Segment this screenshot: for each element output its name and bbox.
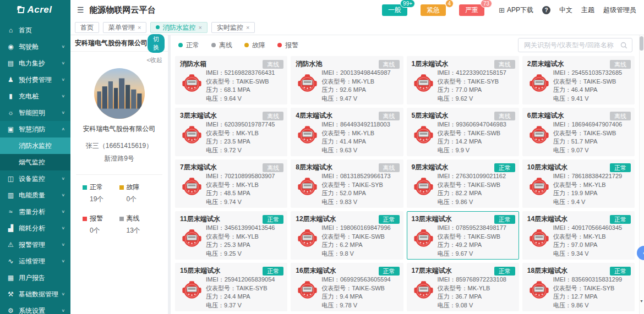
voltage-value: 9.34 V xyxy=(571,250,589,257)
device-card[interactable]: 9层末端试水 正常 xyxy=(407,159,519,208)
search-icon[interactable] xyxy=(620,42,627,49)
device-card[interactable]: 3层末端试水 离线 xyxy=(175,108,287,156)
device-card[interactable]: 18层末端试水 正常 xyxy=(522,263,635,311)
voltage-value: 9.8 V xyxy=(340,250,354,257)
device-card[interactable]: 17层末端试水 正常 xyxy=(407,263,519,311)
sidebar-item[interactable]: ▟ 能耗分析 xyxy=(0,220,70,236)
device-card[interactable]: 11层末端试水 正常 xyxy=(175,211,287,260)
sidebar-item[interactable]: ⌂ 首页 xyxy=(0,22,70,38)
water-meter-icon xyxy=(413,125,434,145)
model-line: 仪表型号：MK-YLB xyxy=(321,129,390,138)
model-line: 仪表型号：TAIKE-SWB xyxy=(553,78,622,86)
sidebar-item-label: 设备监控 xyxy=(19,174,61,184)
device-card[interactable]: 消防水箱 离线 xyxy=(175,56,287,104)
sidebar-item[interactable]: ▦ 用户报告 xyxy=(0,269,70,286)
pressure-line: 压力：12.7 MPA xyxy=(553,293,622,301)
device-card[interactable]: 6层末端试水 离线 xyxy=(522,108,635,156)
sidebar-item[interactable]: ⚒ 基础数据管理 xyxy=(0,286,70,302)
sidebar-item[interactable]: ≈ 需量分析 xyxy=(0,203,70,220)
scrollbar-thumb[interactable] xyxy=(640,36,643,51)
imei-value: 081318529966173 xyxy=(340,173,391,179)
nav-tab[interactable]: 菜单管理 xyxy=(103,22,146,33)
sidebar-item[interactable]: ♟ 预付费管理 xyxy=(0,71,70,88)
voltage-line: 电压：9.47 V xyxy=(321,95,390,103)
scroll-down-arrow-icon[interactable]: ▼ xyxy=(639,299,644,303)
switch-company-button[interactable]: 切换 xyxy=(148,34,165,53)
device-card[interactable]: 10层末端试水 正常 xyxy=(522,159,635,208)
language-switch[interactable]: 中文 xyxy=(559,5,572,15)
voltage-line: 电压：9.67 V xyxy=(438,250,506,258)
sidebar-item[interactable]: ☼ 智能照明 xyxy=(0,104,70,121)
sidebar-item[interactable]: 烟气监控 xyxy=(0,154,70,170)
sidebar-item[interactable]: ⚙ 系统设置 xyxy=(0,302,70,314)
close-tab-icon[interactable] xyxy=(246,24,249,31)
help-button[interactable]: ? xyxy=(542,6,550,14)
close-tab-icon[interactable] xyxy=(198,24,201,31)
pressure-value: 23.5 MPA xyxy=(224,138,250,145)
sidebar-item[interactable]: ◫ 设备监控 xyxy=(0,170,70,187)
chevron-icon xyxy=(61,259,65,263)
chevron-icon xyxy=(61,94,65,98)
sidebar-item[interactable]: ▣ 智慧消防 xyxy=(0,121,70,137)
status-badge: 正常 xyxy=(494,215,515,224)
model-value: TAIKE-SWB xyxy=(468,130,501,136)
search-input[interactable] xyxy=(523,41,620,49)
nav-tab[interactable]: 实时监控 xyxy=(211,22,255,33)
device-card[interactable]: 12层末端试水 正常 xyxy=(291,211,403,260)
device-card[interactable]: 2层末端试水 离线 xyxy=(522,56,635,104)
theme-switch[interactable]: 主题 xyxy=(581,5,594,15)
sidebar-item[interactable]: ▥ 电能质量 xyxy=(0,187,70,203)
status-stat-value: 0个 xyxy=(127,195,156,204)
close-tab-icon[interactable] xyxy=(138,24,141,31)
tab-label: 消防水监控 xyxy=(162,24,195,31)
model-line: 仪表型号：TAIKE-SWB xyxy=(438,129,506,138)
device-card[interactable]: 15层末端试水 正常 xyxy=(175,263,287,311)
model-line: 仪表型号：MK-YLB xyxy=(206,129,275,138)
sidebar-item[interactable]: 消防水监控 xyxy=(0,137,70,154)
sidebar-item[interactable]: ◉ 驾驶舱 xyxy=(0,38,70,55)
device-card[interactable]: 16层末端试水 正常 xyxy=(291,263,403,311)
imei-line: IMEI：702108995803907 xyxy=(206,172,275,181)
help-icon: ? xyxy=(542,6,550,14)
legend-label: 故障 xyxy=(252,41,265,50)
sidebar-item[interactable]: ∿ 运维管理 xyxy=(0,253,70,269)
device-card[interactable]: 7层末端试水 离线 xyxy=(175,159,287,208)
device-card[interactable]: 消防水池 离线 xyxy=(291,56,403,104)
nav-tab[interactable]: 首页 xyxy=(75,22,99,33)
acrel-logo[interactable]: Acrel xyxy=(0,0,70,20)
nav-tab[interactable]: 消防水监控 xyxy=(150,22,207,33)
pressure-line: 压力：52.0 MPA xyxy=(321,189,390,198)
model-value: MK-YLB xyxy=(236,233,259,240)
voltage-value: 9.4 V xyxy=(571,199,586,205)
imei-value: 069929563605594 xyxy=(340,276,391,283)
model-value: TAIKE-SWB xyxy=(468,233,501,240)
sidebar-item-label: 系统设置 xyxy=(19,306,61,314)
pressure-line: 压力：14.2 MPA xyxy=(438,137,506,146)
alarm-level-button[interactable]: 一般 99+ xyxy=(382,4,407,16)
legend-item: 正常 xyxy=(178,41,199,50)
qr-code-icon: ⊞ xyxy=(499,6,505,14)
alarm-count-badge: 99+ xyxy=(400,0,415,8)
collapse-panel-link[interactable]: <收起 xyxy=(147,56,162,64)
device-card[interactable]: 1层末端试水 离线 xyxy=(407,56,519,104)
app-download-link[interactable]: ⊞ APP下载 xyxy=(499,5,533,15)
alarm-level-button[interactable]: 紧急 4 xyxy=(421,4,446,16)
voltage-value: 9.63 V xyxy=(340,147,357,153)
model-line: 仪表型号：TAIKE-SYB xyxy=(553,284,622,293)
user-menu[interactable]: 超级管理员 xyxy=(603,5,636,15)
vertical-scrollbar[interactable]: ▼ xyxy=(639,35,644,314)
pressure-line: 压力：49.2 MPA xyxy=(438,241,506,250)
menu-collapse-icon[interactable]: ☰ xyxy=(77,5,84,14)
device-card[interactable]: 14层末端试水 正常 xyxy=(522,211,635,260)
voltage-value: 9.41 V xyxy=(571,95,589,102)
sidebar-item[interactable]: ▮ 充电桩 xyxy=(0,88,70,104)
sidebar-item[interactable]: ⚠ 报警管理 xyxy=(0,236,70,253)
device-card[interactable]: 5层末端试水 离线 xyxy=(407,108,519,156)
device-card[interactable]: 4层末端试水 离线 xyxy=(291,108,403,156)
status-badge: 正常 xyxy=(379,267,400,276)
model-line: 仪表型号：MK-YLB xyxy=(553,233,622,241)
alarm-level-button[interactable]: 严重 73 xyxy=(459,4,484,16)
sidebar-item[interactable]: ▤ 电力集抄 xyxy=(0,55,70,71)
device-card[interactable]: 13层末端试水 正常 xyxy=(407,211,519,260)
device-card[interactable]: 8层末端试水 离线 xyxy=(291,159,403,208)
